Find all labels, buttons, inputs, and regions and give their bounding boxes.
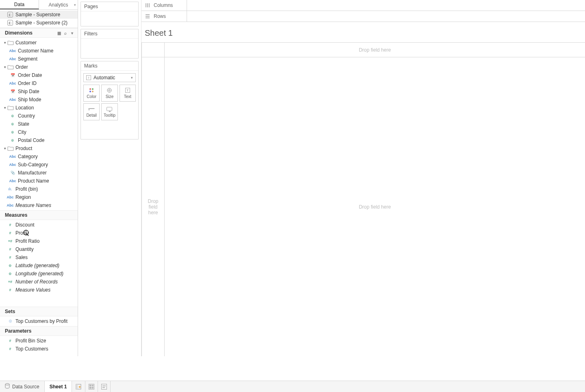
view-canvas[interactable]: Drop field here Drop field here Drop fie… <box>141 42 585 356</box>
field-label: Profit <box>15 230 27 236</box>
field-profit-bin[interactable]: ılı.Profit (bin) <box>0 185 78 193</box>
collapse-icon[interactable]: ▾ <box>2 41 7 45</box>
filters-card[interactable]: Filters <box>80 29 139 59</box>
number-icon: # <box>5 231 15 235</box>
svg-point-6 <box>109 89 110 91</box>
field-order-id[interactable]: AbcOrder ID <box>0 79 78 87</box>
field-measure-names[interactable]: AbcMeasure Names <box>0 201 78 209</box>
field-order-date[interactable]: 📅Order Date <box>0 71 78 79</box>
field-label: State <box>18 121 29 127</box>
view-grid-icon[interactable]: ▦ <box>56 31 62 35</box>
field-label: Top Customers <box>15 346 48 352</box>
field-label: Profit Bin Size <box>15 338 46 344</box>
tab-analytics[interactable]: Analytics ▾ <box>39 0 78 9</box>
svg-rect-9 <box>76 384 78 389</box>
globe-icon: ⊕ <box>7 114 18 118</box>
marks-detail-button[interactable]: Detail <box>83 103 100 120</box>
dimensions-header-label: Dimensions <box>5 30 33 36</box>
columns-shelf[interactable]: Columns <box>141 0 585 11</box>
field-top-customers-by-profit[interactable]: ⦾Top Customers by Profit <box>0 317 78 325</box>
field-longitude[interactable]: ⊕Longitude (generated) <box>0 270 78 278</box>
folder-customer[interactable]: ▾ Customer <box>0 39 78 47</box>
field-country[interactable]: ⊕Country <box>0 112 78 120</box>
field-profit-bin-size[interactable]: #Profit Bin Size <box>0 337 78 345</box>
new-dashboard-button[interactable] <box>85 381 98 392</box>
marks-drop-area[interactable] <box>83 120 136 137</box>
tab-data-source[interactable]: Data Source <box>0 381 45 392</box>
folder-order[interactable]: ▾ Order <box>0 63 78 71</box>
tab-sheet-1[interactable]: Sheet 1 <box>45 381 72 392</box>
field-customer-name[interactable]: AbcCustomer Name <box>0 47 78 55</box>
field-profit-ratio[interactable]: =#Profit Ratio <box>0 237 78 245</box>
field-label: Quantity <box>15 246 34 252</box>
field-measure-values[interactable]: #Measure Values <box>0 286 78 294</box>
field-label: Order Date <box>18 72 42 78</box>
drop-hint: Drop field here <box>359 204 391 210</box>
field-segment[interactable]: AbcSegment <box>0 55 78 63</box>
pages-drop[interactable] <box>81 11 138 26</box>
new-worksheet-button[interactable] <box>72 381 85 392</box>
marks-tooltip-button[interactable]: Tooltip <box>101 103 117 120</box>
new-story-button[interactable] <box>98 381 111 392</box>
marks-card: Marks T Automatic ▾ Color <box>80 61 139 139</box>
field-product-name[interactable]: AbcProduct Name <box>0 177 78 185</box>
field-sales[interactable]: #Sales <box>0 253 78 261</box>
globe-icon: ⊕ <box>7 130 18 134</box>
collapse-icon[interactable]: ▾ <box>2 146 7 150</box>
pages-card[interactable]: Pages <box>80 2 139 26</box>
view-column-header-drop[interactable]: Drop field here <box>165 43 585 57</box>
histogram-icon: ılı. <box>5 187 15 191</box>
field-ship-mode[interactable]: AbcShip Mode <box>0 96 78 104</box>
field-quantity[interactable]: #Quantity <box>0 245 78 253</box>
field-profit[interactable]: #Profit <box>0 229 78 237</box>
search-icon[interactable]: ⌕ <box>62 31 69 35</box>
field-city[interactable]: ⊕City <box>0 128 78 136</box>
field-sub-category[interactable]: AbcSub-Category <box>0 161 78 169</box>
folder-product[interactable]: ▾ Product <box>0 144 78 152</box>
abc-icon: Abc <box>7 49 18 53</box>
datasource-icon: ◧ <box>7 12 13 17</box>
field-manufacturer[interactable]: 📎Manufacturer <box>0 169 78 177</box>
tab-sheet-1-label: Sheet 1 <box>50 384 67 390</box>
abc-icon: Abc <box>7 163 18 167</box>
folder-label: Product <box>15 146 32 151</box>
chevron-down-icon[interactable]: ▾ <box>74 3 76 7</box>
field-category[interactable]: AbcCategory <box>0 152 78 161</box>
view-body-drop[interactable]: Drop field here <box>165 57 585 356</box>
field-label: Measure Names <box>15 203 51 208</box>
marks-tooltip-label: Tooltip <box>104 113 115 118</box>
datasource-item[interactable]: ◧ Sample - Superstore (2) <box>0 19 78 27</box>
field-region[interactable]: AbcRegion <box>0 193 78 201</box>
field-label: Top Customers by Profit <box>15 318 67 324</box>
tab-data[interactable]: Data <box>0 0 39 9</box>
folder-icon <box>7 40 14 45</box>
collapse-icon[interactable]: ▾ <box>2 106 7 110</box>
marks-color-button[interactable]: Color <box>83 85 100 102</box>
field-ship-date[interactable]: 📅Ship Date <box>0 87 78 96</box>
folder-label: Order <box>15 64 28 70</box>
sheet-title[interactable]: Sheet 1 <box>145 28 173 38</box>
marks-size-button[interactable]: Size <box>101 85 117 102</box>
field-label: Order ID <box>18 81 37 86</box>
folder-location[interactable]: ▾ Location <box>0 104 78 112</box>
field-label: City <box>18 129 26 135</box>
filters-drop[interactable] <box>81 39 138 58</box>
drop-hint: Drop field here <box>148 198 158 216</box>
view-row-header-drop[interactable]: Drop field here <box>142 57 165 356</box>
datasource-item[interactable]: ◧ Sample - Superstore <box>0 11 78 19</box>
auto-mark-icon: T <box>86 75 91 80</box>
chevron-down-icon[interactable]: ▾ <box>69 31 75 35</box>
field-latitude[interactable]: ⊕Latitude (generated) <box>0 261 78 270</box>
globe-icon: ⊕ <box>5 264 15 268</box>
field-top-customers[interactable]: #Top Customers <box>0 345 78 353</box>
collapse-icon[interactable]: ▾ <box>2 65 7 69</box>
marks-type-dropdown[interactable]: T Automatic ▾ <box>83 73 136 82</box>
rows-shelf[interactable]: Rows <box>141 11 585 22</box>
field-number-of-records[interactable]: =#Number of Records <box>0 278 78 286</box>
color-icon <box>89 87 94 93</box>
tab-analytics-label: Analytics <box>48 2 68 8</box>
field-discount[interactable]: #Discount <box>0 221 78 229</box>
field-state[interactable]: ⊕State <box>0 120 78 128</box>
marks-text-button[interactable]: T Text <box>120 85 136 102</box>
field-postal-code[interactable]: ⊕Postal Code <box>0 136 78 144</box>
